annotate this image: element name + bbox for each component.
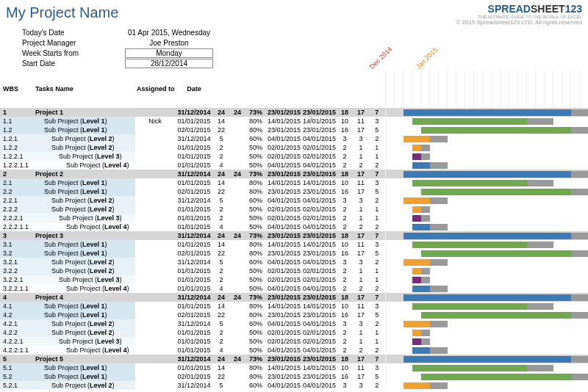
cell-val <box>229 319 245 328</box>
cell-val: 23/01/2015 <box>301 231 337 240</box>
gantt-bar <box>527 303 553 310</box>
table-row[interactable]: 2.2.2.1 Sub Project (Level 3) 01/01/2015… <box>0 214 588 222</box>
cell-val: 80% <box>245 302 266 311</box>
meta-value: Joe Preston <box>125 39 213 47</box>
table-row[interactable]: 1.2.2.1 Sub Project (Level 3) 01/01/2015… <box>0 152 588 161</box>
cell-val: 1 <box>369 266 385 275</box>
cell-task: Project 2 <box>34 170 135 178</box>
col-vert-3: Projected En <box>266 70 301 108</box>
cell-val <box>229 381 245 390</box>
gantt-bar <box>571 312 589 319</box>
col-day-19: 17 Sat <box>553 70 562 108</box>
cell-val: 24 <box>213 231 229 240</box>
cell-val: 10 <box>337 302 353 311</box>
cell-assign <box>135 337 175 346</box>
cell-val: 24 <box>213 108 229 117</box>
col-assign: Assigned to: <box>135 70 175 108</box>
cell-val: 23/01/2015 <box>301 187 337 196</box>
table-row[interactable]: 3.1 Sub Project (Level 1) 01/01/20151480… <box>0 240 588 249</box>
table-row[interactable]: 1.2.2.1.1 Sub Project (Level 4) 01/01/20… <box>0 161 588 170</box>
table-row[interactable]: 1 Project 1 31/12/2014242473%23/01/20152… <box>0 108 588 117</box>
table-row[interactable]: 3.2.2 Sub Project (Level 2) 01/01/201525… <box>0 266 588 275</box>
cell-wbs: 1.2.2.1.1 <box>0 161 34 170</box>
cell-val: 5 <box>369 249 385 258</box>
cell-val: 73% <box>245 355 266 363</box>
gantt-bar <box>404 233 589 239</box>
cell-val: 1 <box>353 143 369 152</box>
gantt-cell <box>385 319 588 328</box>
cell-val: 2 <box>337 346 353 355</box>
cell-val: 50% <box>245 328 266 337</box>
col-task: Tasks Name <box>34 70 135 108</box>
cell-wbs: 4 <box>0 293 34 302</box>
table-row[interactable]: 4.2.1 Sub Project (Level 2) 31/12/201456… <box>0 319 588 328</box>
meta-label: Today's Date <box>22 29 125 37</box>
table-row[interactable]: 2.1 Sub Project (Level 1) 01/01/20151480… <box>0 178 588 187</box>
table-row[interactable]: 2.2 Sub Project (Level 1) 02/01/20152280… <box>0 187 588 196</box>
table-row[interactable]: 1.2.1 Sub Project (Level 2) 31/12/201456… <box>0 134 588 143</box>
cell-assign <box>135 381 175 390</box>
cell-val <box>229 266 245 275</box>
gantt-bar <box>404 356 589 363</box>
cell-val: 3 <box>337 319 353 328</box>
table-row[interactable]: 1.2 Sub Project (Level 1) 02/01/20152280… <box>0 126 588 134</box>
cell-wbs: 5.1 <box>0 363 34 372</box>
cell-val: 2 <box>213 214 229 222</box>
gantt-bar <box>412 215 421 222</box>
table-row[interactable]: 2.2.2 Sub Project (Level 2) 01/01/201525… <box>0 205 588 214</box>
col-day-15: 13 Tue <box>517 70 526 108</box>
cell-val: 5 <box>213 258 229 266</box>
cell-val: 23/01/2015 <box>301 108 337 117</box>
gantt-bar <box>430 224 448 231</box>
table-row[interactable]: 5 Project 5 31/12/2014242473%23/01/20152… <box>0 355 588 363</box>
cell-wbs: 2.2.1 <box>0 196 34 205</box>
gantt-bar <box>430 286 448 292</box>
cell-task: Project 1 <box>34 108 135 117</box>
table-row[interactable]: 2 Project 2 31/12/2014242473%23/01/20152… <box>0 170 588 178</box>
cell-assign <box>135 363 175 372</box>
table-row[interactable]: 5.2 Sub Project (Level 1) 02/01/20152280… <box>0 372 588 381</box>
col-day-17: 15 Thu <box>535 70 544 108</box>
meta-value[interactable]: 28/12/2014 <box>125 59 213 68</box>
table-row[interactable]: 4.2.2.1 Sub Project (Level 3) 01/01/2015… <box>0 337 588 346</box>
cell-val: 04/01/2015 <box>301 222 337 231</box>
cell-val: 2 <box>337 266 353 275</box>
table-row[interactable]: 4.2 Sub Project (Level 1) 02/01/20152280… <box>0 311 588 319</box>
cell-val <box>229 178 245 187</box>
table-row[interactable]: 4.2.2.1.1 Sub Project (Level 4) 01/01/20… <box>0 346 588 355</box>
table-row[interactable]: 5.2.1 Sub Project (Level 2) 31/12/201456… <box>0 381 588 390</box>
cell-assign <box>135 266 175 275</box>
cell-val: 10 <box>337 178 353 187</box>
cell-assign <box>135 284 175 293</box>
table-row[interactable]: 1.2.2 Sub Project (Level 2) 01/01/201525… <box>0 143 588 152</box>
cell-val: 18 <box>337 108 353 117</box>
cell-val: 5 <box>213 196 229 205</box>
table-row[interactable]: 3.2.1 Sub Project (Level 2) 31/12/201456… <box>0 258 588 266</box>
table-row[interactable]: 5.1 Sub Project (Level 1) 01/01/20151480… <box>0 363 588 372</box>
gantt-bar <box>412 268 421 275</box>
table-row[interactable]: 1.1 Sub Project (Level 1) Nick 01/01/201… <box>0 117 588 126</box>
cell-val: 04/01/2015 <box>266 196 301 205</box>
table-row[interactable]: 4.1 Sub Project (Level 1) 01/01/20151480… <box>0 302 588 311</box>
gantt-bar <box>527 242 553 248</box>
cell-wbs: 2.1 <box>0 178 34 187</box>
table-row[interactable]: 2.2.1 Sub Project (Level 2) 31/12/201456… <box>0 196 588 205</box>
cell-date: 02/01/2015 <box>175 126 213 134</box>
meta-value[interactable]: Monday <box>125 48 213 58</box>
table-row[interactable]: 4.2.2 Sub Project (Level 2) 01/01/201525… <box>0 328 588 337</box>
table-row[interactable]: 2.2.2.1.1 Sub Project (Level 4) 01/01/20… <box>0 222 588 231</box>
cell-val: 14/01/2015 <box>301 363 337 372</box>
cell-val: 10 <box>337 363 353 372</box>
cell-wbs: 4.2 <box>0 311 34 319</box>
table-row[interactable]: 3.2.2.1.1 Sub Project (Level 4) 01/01/20… <box>0 284 588 293</box>
table-row[interactable]: 3 Project 3 31/12/2014242473%23/01/20152… <box>0 231 588 240</box>
cell-val: 1 <box>353 275 369 284</box>
cell-val: 2 <box>369 284 385 293</box>
table-row[interactable]: 3.2.2.1 Sub Project (Level 3) 01/01/2015… <box>0 275 588 284</box>
table-row[interactable]: 3.2 Sub Project (Level 1) 02/01/20152280… <box>0 249 588 258</box>
table-row[interactable]: 4 Project 4 31/12/2014242473%23/01/20152… <box>0 293 588 302</box>
cell-task: Sub Project (Level 1) <box>34 311 135 319</box>
cell-val: 17 <box>353 372 369 381</box>
col-day-22: 20 Tue <box>579 70 588 108</box>
col-day-0: 29 Mon <box>385 70 394 108</box>
